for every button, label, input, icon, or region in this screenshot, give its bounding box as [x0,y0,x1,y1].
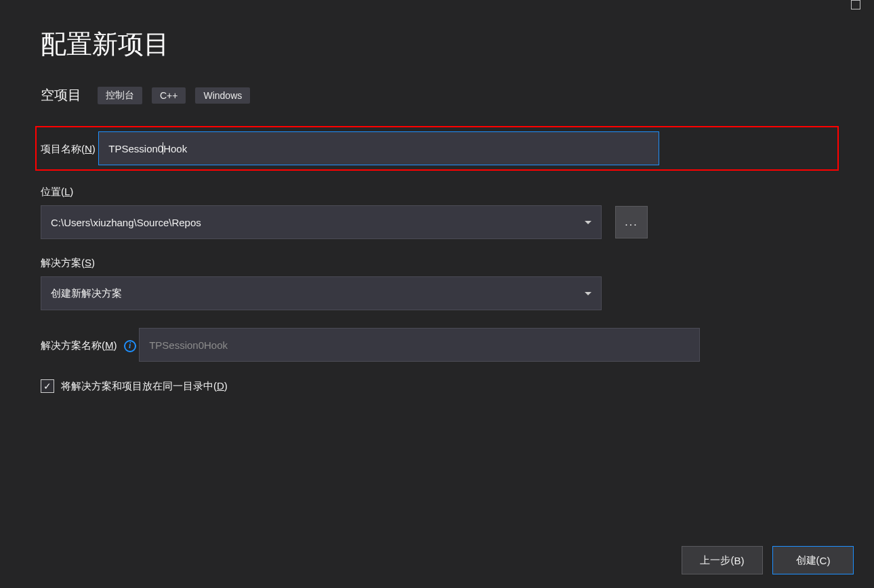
location-label: 位置(L) [41,186,73,198]
back-button[interactable]: 上一步(B) [682,546,763,574]
dialog-buttons: 上一步(B) 创建(C) [682,546,854,574]
same-directory-checkbox[interactable] [41,379,54,393]
browse-button[interactable]: ... [615,206,648,238]
template-row: 空项目 控制台 C++ Windows [41,86,833,104]
solution-name-label: 解决方案名称(M) i [41,339,136,352]
project-name-highlight: 项目名称(N) TPSession0Hook [35,126,839,171]
page-title: 配置新项目 [41,27,833,62]
create-button[interactable]: 创建(C) [772,546,854,574]
solution-select[interactable]: 创建新解决方案 [41,276,602,310]
location-value: C:\Users\xiuzhang\Source\Repos [51,217,201,228]
template-name: 空项目 [41,86,81,104]
tag-windows: Windows [195,87,250,104]
project-name-input[interactable]: TPSession0Hook [98,131,659,165]
chevron-down-icon [585,221,591,224]
solution-label: 解决方案(S) [41,257,95,270]
solution-value: 创建新解决方案 [51,287,122,300]
solution-name-input[interactable]: TPSession0Hook [139,328,700,362]
window-control-icon[interactable] [851,0,860,9]
info-icon[interactable]: i [124,340,136,352]
same-directory-label: 将解决方案和项目放在同一目录中(D) [61,380,228,393]
chevron-down-icon [585,292,591,295]
same-directory-row: 将解决方案和项目放在同一目录中(D) [41,379,833,393]
tag-cpp: C++ [152,87,186,104]
configure-new-project-dialog: 配置新项目 空项目 控制台 C++ Windows 项目名称(N) TPSess… [0,0,874,588]
tag-console: 控制台 [98,87,142,104]
location-select[interactable]: C:\Users\xiuzhang\Source\Repos [41,205,602,239]
project-name-label: 项目名称(N) [41,143,96,156]
